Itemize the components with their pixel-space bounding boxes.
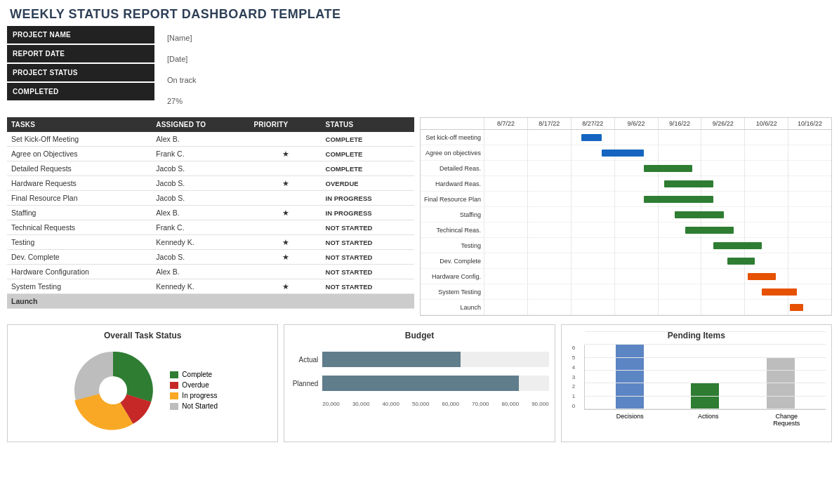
pending-title: Pending Items: [567, 331, 826, 340]
gantt-bars-area: [484, 192, 831, 207]
task-status: NOT STARTED: [322, 250, 414, 265]
budget-bar-row: Actual: [290, 352, 548, 367]
gantt-row: Hardware Config.: [421, 269, 831, 284]
info-values: [Name] [Date] On track 27%: [161, 26, 302, 113]
pending-gridline: [585, 344, 826, 345]
status-value: On track: [161, 69, 302, 91]
completed-value: 27%: [161, 91, 302, 112]
gantt-date-col: 10/16/22: [788, 118, 831, 129]
budget-bar: [322, 376, 518, 391]
pending-y-label: 5: [572, 354, 575, 361]
col-tasks: TASKS: [7, 117, 152, 132]
gantt-bars-area: [484, 161, 831, 176]
pending-bar-label: Actions: [687, 413, 729, 427]
pending-gridline: [585, 383, 826, 383]
budget-axis-label: 70,000: [472, 401, 489, 407]
gantt-bars-area: [484, 176, 831, 192]
task-assigned: Jacob S.: [152, 250, 249, 265]
table-row: Testing Kennedy K. ★ NOT STARTED: [7, 235, 414, 250]
gantt-bars-area: [484, 145, 831, 161]
gantt-row: Detailed Reas.: [421, 161, 831, 176]
legend-color-swatch: [170, 382, 178, 389]
legend-color-swatch: [170, 371, 178, 378]
task-priority: ★: [250, 206, 322, 220]
gantt-chart: 8/7/228/17/228/27/229/6/229/16/229/26/22…: [420, 117, 832, 316]
completed-label: COMPLETED: [7, 83, 154, 100]
pending-y-label: 4: [572, 364, 575, 371]
task-priority: ★: [250, 250, 322, 265]
gantt-row-label: Detailed Reas.: [421, 165, 484, 172]
svg-point-1: [99, 376, 127, 404]
task-assigned: Alex B.: [152, 132, 249, 147]
table-row: Dev. Complete Jacob S. ★ NOT STARTED: [7, 250, 414, 265]
project-status-label: PROJECT STATUS: [7, 64, 154, 81]
gantt-row-label: Hardward Reas.: [421, 180, 484, 187]
task-status: NOT STARTED: [322, 265, 414, 279]
budget-axis-label: 40,000: [382, 401, 399, 407]
budget-axis-label: 90,000: [531, 401, 548, 407]
table-row: Technical Requests Frank C. NOT STARTED: [7, 220, 414, 235]
legend-label: In progress: [182, 392, 217, 399]
task-name: System Testing: [7, 279, 152, 294]
pending-chart: Pending Items 0123456 DecisionsActionsCh…: [561, 324, 832, 442]
gantt-row: Testing: [421, 238, 831, 253]
name-value: [Name]: [161, 27, 302, 48]
pending-y-label: 3: [572, 374, 575, 380]
pending-bars-area: 0123456: [584, 345, 826, 410]
pending-y-label: 2: [572, 383, 575, 390]
gantt-date-col: 8/17/22: [527, 118, 571, 129]
table-row: Detailed Requests Jacob S. COMPLETE: [7, 161, 414, 176]
task-priority: ★: [250, 235, 322, 250]
budget-axis-label: 80,000: [502, 401, 519, 407]
gantt-bar: [790, 304, 804, 311]
gantt-row-label: Dev. Complete: [421, 258, 484, 265]
pending-gridline: [585, 409, 826, 409]
task-name: Hardware Configuration: [7, 265, 152, 279]
legend-color-swatch: [170, 392, 178, 399]
pending-gridline: [585, 331, 826, 332]
task-assigned: Alex B.: [152, 265, 249, 279]
legend-label: Not Started: [182, 402, 218, 410]
gantt-row: Staffing: [421, 207, 831, 223]
legend-item: In progress: [170, 392, 218, 399]
gantt-date-col: 8/27/22: [571, 118, 614, 129]
gantt-bar: [602, 150, 643, 157]
gantt-bar: [664, 180, 713, 187]
table-row: System Testing Kennedy K. ★ NOT STARTED: [7, 279, 414, 294]
gantt-row-label: System Testing: [421, 289, 484, 296]
task-name: Detailed Requests: [7, 161, 152, 176]
gantt-bars-area: [484, 238, 831, 253]
gantt-row: Set kick-off meeting: [421, 130, 831, 145]
gantt-date-col: 9/26/22: [701, 118, 744, 129]
budget-bar-wrap: [322, 376, 548, 391]
budget-row-label: Planned: [290, 380, 318, 387]
gantt-bars-area: [484, 300, 831, 315]
budget-axis-label: 20,000: [322, 401, 339, 407]
overall-task-chart: Overall Task Status CompleteOverdueIn pr…: [7, 324, 278, 442]
task-status: NOT STARTED: [322, 279, 414, 294]
gantt-row-label: Agree on objectives: [421, 150, 484, 157]
table-row: Agree on Objectives Frank C. ★ COMPLETE: [7, 147, 414, 161]
pending-gridline: [585, 370, 826, 371]
gantt-bars-area: [484, 130, 831, 145]
table-row: Hardware Configuration Alex B. NOT START…: [7, 265, 414, 279]
pending-y-label: 0: [572, 403, 575, 409]
legend-color-swatch: [170, 403, 178, 410]
pending-bar-col: [616, 345, 644, 409]
task-status: NOT STARTED: [322, 235, 414, 250]
task-priority: [250, 161, 322, 176]
pending-gridline: [585, 396, 826, 397]
task-assigned: Jacob S.: [152, 176, 249, 191]
task-status: IN PROGRESS: [322, 191, 414, 206]
budget-bar-wrap: [322, 352, 548, 367]
budget-axis: 20,00030,00040,00050,00060,00070,00080,0…: [290, 401, 548, 407]
task-name: Final Resource Plan: [7, 191, 152, 206]
task-priority: [250, 220, 322, 235]
gantt-bar: [644, 165, 692, 172]
gantt-bar: [762, 289, 797, 296]
gantt-row-label: Launch: [421, 304, 484, 311]
budget-bar: [322, 352, 461, 367]
task-status: IN PROGRESS: [322, 206, 414, 220]
budget-axis-label: 50,000: [412, 401, 429, 407]
col-assigned: ASSIGNED TO: [152, 117, 249, 132]
